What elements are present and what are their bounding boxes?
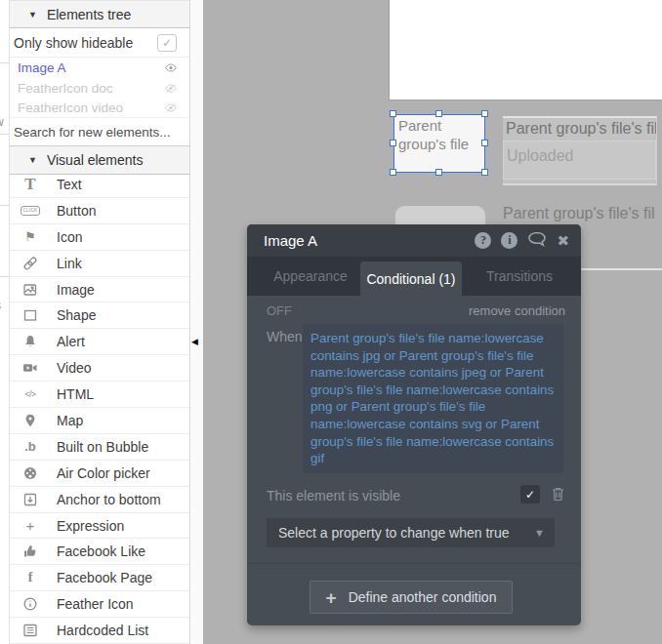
palette-item-facebook-page[interactable]: fFacebook Page (10, 565, 189, 591)
file-cell-1[interactable]: Parent group's file's fil Uploaded (503, 116, 657, 185)
selection-handle[interactable] (435, 169, 442, 176)
file-title-text-2[interactable]: Parent group's file's fil (503, 205, 662, 222)
eye-off-icon[interactable] (164, 101, 178, 114)
property-select-dropdown[interactable]: Select a property to change when true ▼ (267, 518, 555, 547)
tab-transitions[interactable]: Transitions (470, 257, 569, 296)
selection-handle[interactable] (435, 110, 442, 117)
tab-appearance[interactable]: Appearance (261, 257, 360, 296)
palette-item-video[interactable]: Video (10, 355, 189, 382)
selected-image-element[interactable]: Parent group's file (393, 114, 485, 173)
palette-item-label: Facebook Like (57, 543, 145, 559)
selection-handle[interactable] (390, 169, 396, 176)
button-click-icon: CLICK (18, 206, 43, 216)
visual-elements-header[interactable]: ▼ Visual elements (10, 146, 189, 175)
page-area[interactable] (389, 0, 662, 101)
only-show-hideable-checkbox[interactable]: ✓ (157, 34, 177, 52)
define-another-condition-button[interactable]: + Define another condition (310, 581, 513, 614)
chevron-down-icon: ▼ (534, 527, 545, 539)
help-icon[interactable]: ? (475, 232, 491, 249)
condition-off-toggle[interactable]: OFF (267, 303, 292, 318)
dialog-title: Image A (264, 232, 475, 249)
tab-conditional-1[interactable]: Conditional (1) (360, 262, 462, 296)
bubble-editor: w s ▼ Elements tree Only show hideable ✓… (0, 0, 662, 644)
only-show-hideable-row: Only show hideable ✓ (10, 28, 189, 58)
palette-item-label: Icon (57, 229, 82, 245)
palette-item-label: Video (57, 360, 92, 376)
clipped-text-fragment: s (0, 299, 1, 312)
info-icon[interactable]: i (501, 232, 517, 249)
elements-sidebar: ▼ Elements tree Only show hideable ✓ Ima… (10, 0, 190, 644)
thumbs-up-icon (18, 543, 43, 559)
palette-item-label: Link (57, 256, 82, 271)
palette-item-label: Map (57, 413, 83, 428)
tree-item-feathericon-video[interactable]: FeatherIcon video (10, 98, 189, 117)
palette-item-label: Air Color picker (57, 465, 150, 481)
palette-item-label: Button (57, 203, 96, 219)
selected-element-label: Parent group's file (398, 117, 469, 152)
link-icon (18, 256, 43, 271)
element-visible-label: This element is visible (267, 488, 400, 503)
close-icon[interactable]: ✖ (557, 233, 569, 248)
palette-item-facebook-like[interactable]: Facebook Like (10, 539, 189, 565)
elements-tree-header[interactable]: ▼ Elements tree (10, 0, 189, 28)
anchor-bottom-icon (18, 492, 43, 507)
plus-icon: + (326, 588, 337, 607)
panel-gap (191, 0, 203, 644)
eye-icon[interactable] (164, 61, 178, 74)
trash-icon[interactable] (551, 486, 565, 505)
palette-item-shape[interactable]: Shape (10, 302, 189, 329)
info-circle-icon (18, 596, 43, 612)
when-label: When (267, 329, 303, 344)
palette-item-expression[interactable]: +Expression (10, 513, 189, 540)
palette-icon (18, 465, 43, 481)
comment-icon[interactable] (527, 231, 547, 251)
palette-item-label: Anchor to bottom (57, 492, 161, 507)
flag-icon: ⚑ (18, 229, 43, 244)
dialog-divider (247, 563, 581, 564)
palette-item-air-color-picker[interactable]: Air Color picker (10, 461, 189, 487)
video-camera-icon (18, 360, 43, 376)
remove-condition-link[interactable]: remove condition (469, 303, 565, 318)
palette-item-html[interactable]: </>HTML (10, 382, 189, 408)
palette-item-label: Alert (57, 334, 85, 349)
image-icon (18, 282, 43, 298)
search-new-elements-input[interactable] (14, 125, 180, 140)
selection-handle[interactable] (481, 140, 488, 146)
selection-handle[interactable] (390, 140, 396, 146)
clipped-text-fragment: w (0, 115, 4, 129)
selection-handle[interactable] (481, 169, 488, 176)
collapse-panel-arrow[interactable]: ◀ (191, 337, 198, 346)
palette-item-button[interactable]: CLICKButton (10, 198, 189, 224)
palette-item-text[interactable]: TText (10, 172, 189, 198)
palette-item-image[interactable]: Image (10, 277, 189, 303)
tree-item-image-a[interactable]: Image A (10, 58, 189, 78)
code-icon: </> (18, 389, 43, 399)
condition-expression-input[interactable]: Parent group's file's file name:lowercas… (303, 324, 563, 473)
palette-item-hardcoded-list[interactable]: Hardcoded List (10, 618, 189, 644)
selection-handle[interactable] (481, 110, 488, 117)
palette-item-label: Image (57, 282, 95, 298)
palette-item-icon[interactable]: ⚑Icon (10, 224, 189, 251)
selection-handle[interactable] (390, 110, 396, 117)
visual-elements-list: TTextCLICKButton⚑IconLinkImageShapeAlert… (10, 172, 189, 644)
palette-item-feather-icon[interactable]: Feather Icon (10, 591, 189, 618)
palette-item-label: Shape (57, 307, 96, 323)
palette-item-label: Hardcoded List (57, 623, 148, 638)
uploaded-text[interactable]: Uploaded (503, 141, 656, 180)
palette-item-link[interactable]: Link (10, 251, 189, 277)
tree-item-label: FeatherIcon video (18, 101, 123, 115)
palette-item-map[interactable]: Map (10, 408, 189, 434)
tree-item-feathericon-doc[interactable]: FeatherIcon doc (10, 78, 189, 98)
palette-item-alert[interactable]: Alert (10, 329, 189, 355)
element-visible-checkbox[interactable]: ✓ (520, 485, 540, 503)
bubble-icon: .b (18, 439, 43, 454)
palette-item-built-on-bubble[interactable]: .bBuilt on Bubble (10, 434, 189, 461)
dialog-titlebar[interactable]: Image A ? i ✖ (247, 224, 581, 257)
file-title-text[interactable]: Parent group's file's fil (503, 118, 656, 138)
property-editor-dialog: Image A ? i ✖ AppearanceConditional (1)T… (247, 224, 581, 625)
text-icon: T (18, 175, 43, 194)
palette-item-anchor-to-bottom[interactable]: Anchor to bottom (10, 487, 189, 513)
eye-off-icon[interactable] (164, 82, 178, 95)
palette-item-label: Facebook Page (57, 570, 152, 585)
define-button-label: Define another condition (349, 589, 497, 605)
